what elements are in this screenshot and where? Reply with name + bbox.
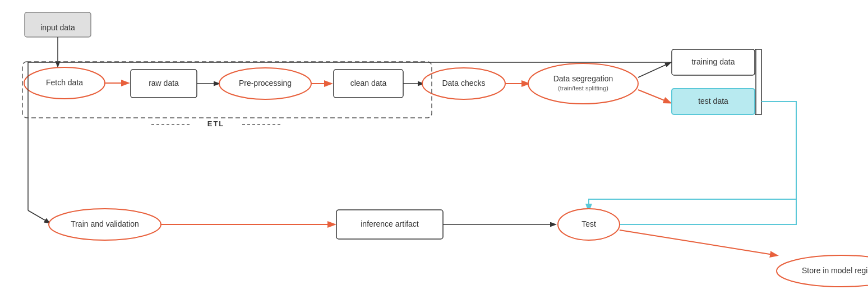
etl-label: ETL [207,120,225,128]
store-registry-label: Store in model registry [802,266,868,275]
preprocessing-label: Pre-processing [239,79,292,88]
test-label: Test [581,219,596,228]
arrow-test-to-store [620,230,777,255]
bracket-right [756,49,761,114]
data-segregation-label: Data segregation [553,74,613,83]
data-segregation-sublabel: (train/test splitting) [558,85,608,91]
data-segregation-node [528,63,638,104]
blue-line-path [589,102,796,210]
test-data-label: test data [698,97,728,105]
training-data-label: training data [691,57,735,66]
arrow-seg-to-test [638,90,670,103]
inference-artifact-label: inference artifact [361,219,419,228]
clean-data-label: clean data [350,79,387,88]
fetch-data-label: Fetch data [46,78,83,87]
data-checks-label: Data checks [442,79,485,88]
train-validation-label: Train and validation [71,219,139,228]
arrow-to-train-val [28,210,49,223]
input-data-label: input data [40,23,75,32]
line-testdata-to-test [592,102,796,224]
arrow-seg-to-training [638,63,670,77]
raw-data-label: raw data [149,79,179,88]
ml-pipeline-diagram: input data Fetch data raw data Pre-proce… [0,0,868,303]
